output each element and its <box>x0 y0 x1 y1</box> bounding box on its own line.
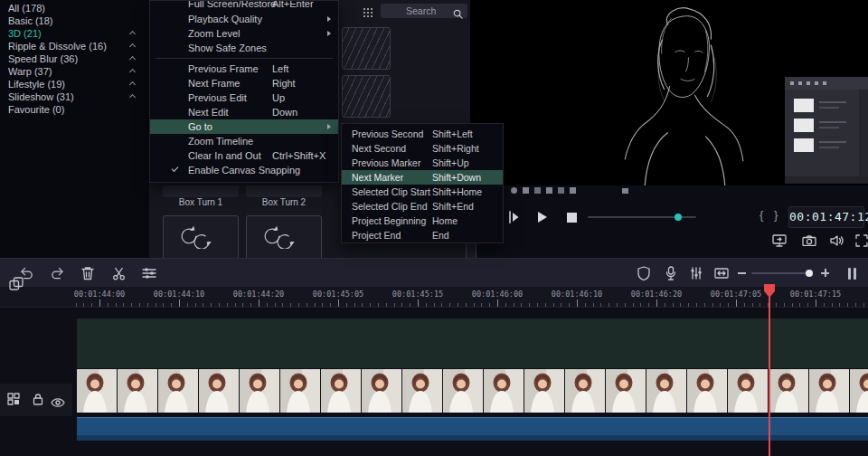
sidebar-item-speed-blur[interactable]: Speed Blur (36) <box>0 52 149 65</box>
dot-icon[interactable] <box>511 187 517 194</box>
video-clip[interactable] <box>77 369 868 413</box>
sidebar-item-favourite[interactable]: Favourite (0) <box>0 103 149 116</box>
menu-item-go-to[interactable]: Go to <box>150 119 338 134</box>
submenu-item-next-second[interactable]: Next SecondShift+Right <box>342 141 503 156</box>
ruler-tick <box>816 299 816 307</box>
zoom-in-button[interactable] <box>821 269 829 277</box>
timeline-ruler[interactable]: 00:01:44:00 00:01:44:10 00:01:44:20 00:0… <box>0 288 868 308</box>
display-device-icon[interactable] <box>771 233 788 248</box>
sidebar-item-slideshow[interactable]: Slideshow (31) <box>0 90 149 103</box>
speaker-icon[interactable] <box>828 233 844 248</box>
ruler-tick <box>824 303 825 307</box>
preview-option-icons[interactable] <box>511 187 576 194</box>
menu-item-show-safe-zones[interactable]: Show Safe Zones <box>150 41 338 55</box>
background-window-statusbar <box>785 176 868 184</box>
ruler-tick <box>569 303 570 307</box>
ruler-tick <box>521 303 522 307</box>
menu-item-fullscreen-clipped[interactable]: Full Screen/RestoreAlt+Enter <box>150 1 338 12</box>
timeline-zoom-slider[interactable] <box>751 272 813 274</box>
ruler-label: 00:01:44:20 <box>232 290 285 299</box>
fullscreen-icon[interactable] <box>854 233 868 248</box>
sidebar-item-warp[interactable]: Warp (37) <box>0 65 149 78</box>
menu-item-next-edit[interactable]: Next EditDown <box>150 105 338 119</box>
search-icon[interactable] <box>453 6 463 23</box>
menu-item-previous-frame[interactable]: Previous FrameLeft <box>150 62 338 76</box>
adjust-sliders-button[interactable] <box>141 266 157 280</box>
mark-out-button[interactable]: } <box>774 208 778 222</box>
transition-thumbnail-partial[interactable] <box>342 75 391 118</box>
mark-in-button[interactable]: { <box>760 208 763 222</box>
submenu-item-selected-clip-start[interactable]: Selected Clip StartShift+Home <box>342 185 503 199</box>
ruler-tick <box>99 299 100 307</box>
category-label: Basic (18) <box>8 15 53 26</box>
submenu-item-next-marker[interactable]: Next MarkerShift+Down <box>342 170 503 185</box>
menu-item-previous-edit[interactable]: Previous EditUp <box>150 90 338 105</box>
submenu-item-previous-second[interactable]: Previous SecondShift+Left <box>342 127 503 141</box>
menu-item-clear-in-and-out[interactable]: Clear In and OutCtrl+Shift+X <box>150 148 338 163</box>
ruler-tick <box>441 303 442 307</box>
ruler-tick <box>680 303 681 307</box>
ruler-tick <box>489 303 490 307</box>
menu-item-zoom-timeline[interactable]: Zoom Timeline <box>150 134 338 148</box>
redo-button[interactable] <box>49 266 65 280</box>
stop-button[interactable] <box>564 210 579 224</box>
clip-frame <box>809 369 850 413</box>
snapshot-camera-icon[interactable] <box>801 233 817 248</box>
marker-shield-button[interactable] <box>636 266 652 280</box>
transition-thumbnail-partial[interactable] <box>342 27 391 70</box>
empty-track[interactable] <box>77 318 868 368</box>
ruler-tick <box>712 303 713 307</box>
play-button[interactable] <box>535 210 550 224</box>
transition-thumbnail[interactable] <box>246 215 322 261</box>
menu-item-next-frame[interactable]: Next FrameRight <box>150 76 338 90</box>
sidebar-item-3d[interactable]: 3D (21) <box>0 27 149 40</box>
transition-thumbnail[interactable] <box>163 215 239 261</box>
preview-option-icon[interactable] <box>622 188 628 194</box>
grid-view-icon[interactable] <box>546 187 552 194</box>
track-layout-icon[interactable] <box>7 393 20 409</box>
sidebar-item-lifestyle[interactable]: Lifestyle (19) <box>0 78 149 90</box>
seek-slider-thumb[interactable] <box>675 214 682 221</box>
zoom-slider-thumb[interactable] <box>806 270 813 277</box>
transition-thumbnail-bottom[interactable] <box>246 185 322 197</box>
clip-icon[interactable] <box>523 187 529 194</box>
ruler-label: 00:01:47:15 <box>789 290 842 299</box>
delete-button[interactable] <box>80 266 96 280</box>
layer-thumbnail <box>794 99 814 112</box>
track-manager-icon[interactable] <box>9 277 24 295</box>
audio-clip[interactable] <box>77 417 868 441</box>
step-forward-button[interactable] <box>506 210 521 224</box>
menu-item-zoom-level[interactable]: Zoom Level <box>150 26 338 41</box>
clip-frame <box>769 369 809 413</box>
menu-item-enable-canvas-snapping[interactable]: Enable Canvas Snapping <box>150 163 338 177</box>
frame-icon[interactable] <box>534 187 541 194</box>
ruler-tick <box>792 303 793 307</box>
submenu-item-selected-clip-end[interactable]: Selected Clip EndShift+End <box>342 199 503 214</box>
ruler-tick <box>752 303 753 307</box>
ruler-tick <box>640 303 641 307</box>
sidebar-item-ripple-dissolve[interactable]: Ripple & Dissolve (16) <box>0 40 149 52</box>
submenu-item-previous-marker[interactable]: Previous MarkerShift+Up <box>342 156 503 170</box>
menu-shortcut: Right <box>272 76 296 90</box>
submenu-item-project-beginning[interactable]: Project BeginningHome <box>342 214 503 228</box>
eye-visibility-icon[interactable] <box>51 394 65 411</box>
panel-icon[interactable] <box>570 187 576 194</box>
render-preview-button[interactable] <box>713 266 730 280</box>
voiceover-mic-button[interactable] <box>663 266 679 280</box>
lock-icon[interactable] <box>33 393 43 409</box>
split-scissors-button[interactable] <box>110 266 127 280</box>
sidebar-item-all[interactable]: All (178) <box>0 2 149 14</box>
drag-handle-icon[interactable] <box>363 5 373 22</box>
clip-frame <box>280 369 321 413</box>
submenu-item-project-end[interactable]: Project EndEnd <box>342 228 503 242</box>
list-icon[interactable] <box>558 187 564 194</box>
preview-seek-slider[interactable] <box>588 216 696 218</box>
panel-toggle-button[interactable] <box>848 268 857 280</box>
playhead-line[interactable] <box>769 286 770 456</box>
clip-frame <box>118 369 158 413</box>
zoom-out-button[interactable] <box>738 272 746 274</box>
menu-item-playback-quality[interactable]: Playback Quality <box>150 12 338 26</box>
transition-thumbnail-bottom[interactable] <box>163 185 239 197</box>
sidebar-item-basic[interactable]: Basic (18) <box>0 14 149 27</box>
audio-mixer-button[interactable] <box>688 266 704 280</box>
